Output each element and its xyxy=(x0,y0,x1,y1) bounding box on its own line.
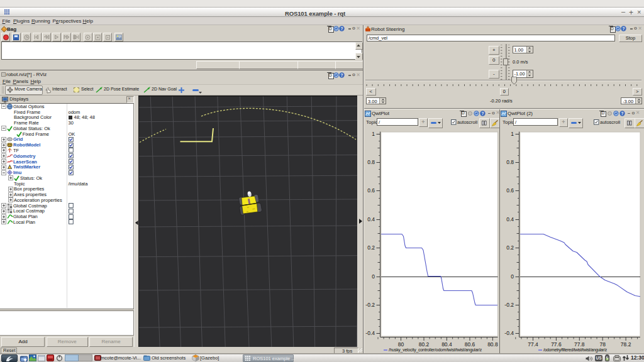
svg-text:0.8: 0.8 xyxy=(506,159,514,165)
svg-text:0.4: 0.4 xyxy=(367,216,375,222)
svg-text:?: ? xyxy=(341,73,343,77)
svg-text:80.2: 80.2 xyxy=(419,341,430,348)
svg-text:0.8: 0.8 xyxy=(367,159,375,165)
svg-text:?: ? xyxy=(623,26,625,31)
svg-text:0.4: 0.4 xyxy=(506,216,514,222)
svg-text:-0.4: -0.4 xyxy=(365,330,375,336)
svg-text:0.2: 0.2 xyxy=(506,244,514,251)
svg-text:-0.2: -0.2 xyxy=(504,302,514,308)
svg-text:-0.2: -0.2 xyxy=(365,302,375,308)
svg-text:77.4: 77.4 xyxy=(528,341,538,348)
svg-text:78: 78 xyxy=(599,341,606,348)
svg-text:0: 0 xyxy=(511,273,514,280)
svg-text:0.2: 0.2 xyxy=(367,244,375,251)
svg-text:77.8: 77.8 xyxy=(574,341,585,348)
svg-text:80.6: 80.6 xyxy=(465,341,475,348)
svg-text:-0.4: -0.4 xyxy=(504,330,514,336)
svg-text:80.4: 80.4 xyxy=(441,341,452,348)
svg-text:?: ? xyxy=(341,26,343,31)
svg-text:1: 1 xyxy=(511,131,514,137)
svg-text:1: 1 xyxy=(372,131,375,137)
svg-text:80: 80 xyxy=(398,341,404,348)
svg-text:0: 0 xyxy=(372,273,375,280)
svg-text:78.2: 78.2 xyxy=(621,341,631,348)
svg-text:0.6: 0.6 xyxy=(367,187,375,194)
svg-text:80.8: 80.8 xyxy=(487,341,498,348)
svg-text:77.6: 77.6 xyxy=(551,341,562,348)
svg-text:0.6: 0.6 xyxy=(506,187,514,194)
